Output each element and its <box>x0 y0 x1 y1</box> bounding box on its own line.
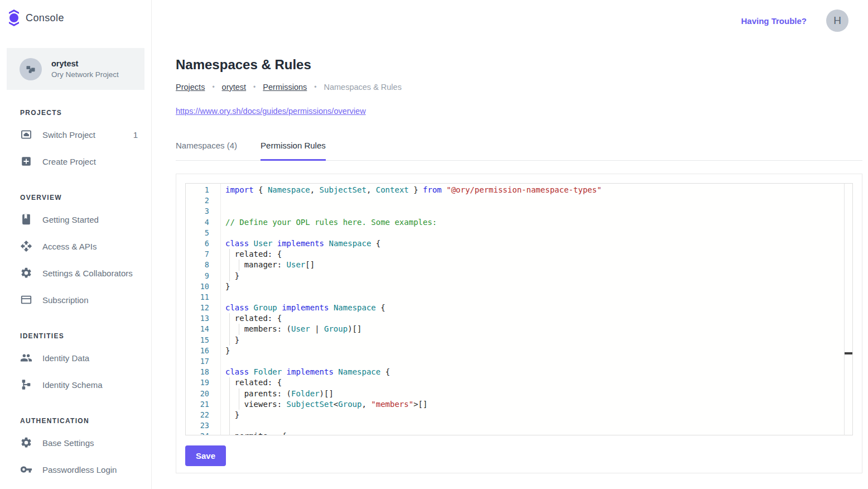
code-line: } <box>225 335 844 346</box>
code-line: viewers: SubjectSet<Group, "members">[] <box>225 399 844 410</box>
line-number: 3 <box>186 206 209 217</box>
create-project-icon <box>20 155 32 167</box>
line-number: 13 <box>186 313 209 324</box>
indent-guide <box>225 271 235 281</box>
indent-guide <box>225 324 235 334</box>
sidebar-item-passwordless-login[interactable]: Passwordless Login <box>0 456 151 483</box>
editor-scrollbar[interactable] <box>844 184 852 435</box>
code-line: } <box>225 271 844 281</box>
schema-icon <box>20 378 32 391</box>
sidebar-item-label: Base Settings <box>42 438 138 448</box>
line-number: 11 <box>186 292 209 303</box>
code-editor[interactable]: 123456789101112131415161718192021222324 … <box>185 183 853 435</box>
breadcrumb-item[interactable]: Permissions <box>263 83 307 92</box>
sidebar-item-identity-data[interactable]: Identity Data <box>0 344 151 371</box>
org-chart-icon <box>25 64 36 75</box>
sidebar-item-label: Identity Schema <box>42 380 138 390</box>
line-number: 4 <box>186 217 209 228</box>
sidebar-item-label: Access & APIs <box>42 242 138 251</box>
tab-namespaces-4-[interactable]: Namespaces (4) <box>176 141 237 160</box>
move-icon <box>20 240 32 252</box>
code-line: import { Namespace, SubjectSet, Context … <box>225 185 844 195</box>
line-number: 21 <box>186 399 209 410</box>
line-number: 23 <box>186 420 209 431</box>
tab-permission-rules[interactable]: Permission Rules <box>261 141 326 160</box>
line-number: 14 <box>186 324 209 334</box>
credit-card-icon <box>20 294 32 306</box>
code-lines[interactable]: import { Namespace, SubjectSet, Context … <box>221 184 844 435</box>
line-number: 10 <box>186 281 209 292</box>
indent-guide <box>225 399 235 410</box>
code-line: related: { <box>225 249 844 260</box>
code-line: class Group implements Namespace { <box>225 303 844 313</box>
indent-guide <box>225 431 235 435</box>
sidebar-section-heading: PROJECTS <box>0 104 151 121</box>
code-line: class User implements Namespace { <box>225 238 844 249</box>
line-number: 7 <box>186 249 209 260</box>
sidebar-item-settings-collaborators[interactable]: Settings & Collaborators <box>0 260 151 286</box>
breadcrumb-item[interactable]: Projects <box>176 83 205 92</box>
line-number: 18 <box>186 367 209 377</box>
people-icon <box>20 352 32 364</box>
line-number: 5 <box>186 228 209 238</box>
code-line: class Folder implements Namespace { <box>225 367 844 377</box>
console-logo-home[interactable]: Console <box>0 0 151 36</box>
sidebar: Console orytest Ory Network Project PROJ… <box>0 0 152 489</box>
project-switcher-current[interactable]: orytest Ory Network Project <box>7 48 144 90</box>
sidebar-section: PROJECTSSwitch Project1Create Project <box>0 104 151 175</box>
code-line <box>225 356 844 367</box>
indent-guide <box>225 410 235 420</box>
indent-guide <box>235 324 244 334</box>
sidebar-sections: PROJECTSSwitch Project1Create ProjectOVE… <box>0 104 151 483</box>
gear-icon <box>20 267 32 279</box>
line-number: 20 <box>186 389 209 399</box>
ory-logo-icon <box>8 9 20 27</box>
breadcrumb-separator-icon: • <box>212 83 214 91</box>
indent-guide <box>225 260 235 270</box>
code-line: } <box>225 346 844 356</box>
indent-guide <box>225 420 235 431</box>
breadcrumb-item: Namespaces & Rules <box>324 83 401 92</box>
book-icon <box>20 213 32 226</box>
sidebar-section-heading: IDENTITIES <box>0 328 151 344</box>
sidebar-item-label: Identity Data <box>42 353 138 363</box>
switch-project-icon <box>20 128 32 141</box>
having-trouble-link[interactable]: Having Trouble? <box>741 16 807 26</box>
indent-guide <box>235 260 244 270</box>
code-line: // Define your OPL rules here. Some exam… <box>225 217 844 228</box>
sidebar-item-identity-schema[interactable]: Identity Schema <box>0 371 151 398</box>
code-line: } <box>225 410 844 420</box>
line-number: 1 <box>186 185 209 195</box>
indent-guide <box>235 399 244 410</box>
code-line: related: { <box>225 313 844 324</box>
page-title: Namespaces & Rules <box>176 57 862 73</box>
sidebar-item-switch-project[interactable]: Switch Project1 <box>0 121 151 148</box>
sidebar-section: AUTHENTICATIONBase SettingsPasswordless … <box>0 413 151 483</box>
code-line <box>225 292 844 303</box>
user-avatar[interactable]: H <box>826 9 848 32</box>
sidebar-item-label: Subscription <box>42 295 138 305</box>
sidebar-section: IDENTITIESIdentity DataIdentity Schema <box>0 328 151 398</box>
sidebar-item-access-apis[interactable]: Access & APIs <box>0 233 151 260</box>
project-name: orytest <box>51 59 119 68</box>
gear-icon <box>20 437 32 449</box>
sidebar-item-getting-started[interactable]: Getting Started <box>0 206 151 233</box>
save-button[interactable]: Save <box>185 445 226 466</box>
scrollbar-thumb[interactable] <box>845 352 852 354</box>
breadcrumb-separator-icon: • <box>253 83 255 91</box>
line-number: 2 <box>186 195 209 206</box>
topbar: Having Trouble? H <box>152 0 868 41</box>
sidebar-item-badge: 1 <box>133 130 138 140</box>
sidebar-item-base-settings[interactable]: Base Settings <box>0 429 151 456</box>
project-subtitle: Ory Network Project <box>51 70 119 79</box>
docs-link[interactable]: https://www.ory.sh/docs/guides/permissio… <box>176 107 366 116</box>
breadcrumb: Projects•orytest•Permissions•Namespaces … <box>176 83 862 92</box>
sidebar-item-subscription[interactable]: Subscription <box>0 286 151 313</box>
breadcrumb-item[interactable]: orytest <box>222 83 247 92</box>
code-line: } <box>225 281 844 292</box>
sidebar-item-create-project[interactable]: Create Project <box>0 148 151 175</box>
tab-bar: Namespaces (4)Permission Rules <box>176 141 862 161</box>
indent-guide <box>235 389 244 399</box>
line-number: 19 <box>186 377 209 388</box>
indent-guide <box>225 313 235 324</box>
